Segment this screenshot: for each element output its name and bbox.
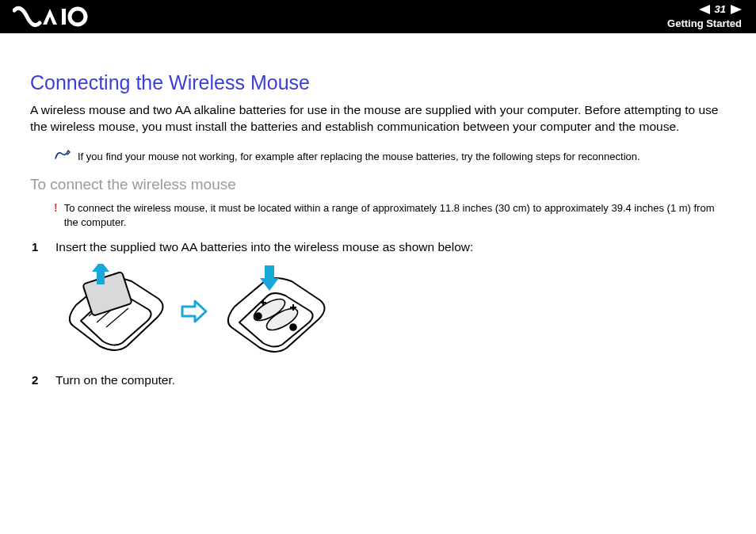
mouse-batteries-illustration [214, 264, 338, 359]
next-page-icon[interactable] [731, 5, 742, 14]
svg-rect-15 [265, 265, 274, 280]
svg-rect-11 [292, 304, 294, 311]
note-text: If you find your mouse not working, for … [78, 150, 640, 164]
page-number: 31 [715, 3, 726, 15]
page-content: Connecting the Wireless Mouse A wireless… [0, 33, 756, 387]
vaio-logo [13, 5, 92, 29]
mouse-cover-illustration [57, 264, 174, 359]
subheading: To connect the wireless mouse [30, 176, 726, 193]
svg-rect-0 [62, 9, 66, 25]
step-number: 2 [30, 373, 41, 387]
warning-block: ! To connect the wireless mouse, it must… [30, 201, 726, 229]
battery-install-figure [30, 264, 726, 359]
note-block: If you find your mouse not working, for … [30, 150, 726, 164]
step-number: 1 [30, 240, 41, 254]
svg-rect-14 [262, 299, 264, 306]
intro-paragraph: A wireless mouse and two AA alkaline bat… [30, 102, 726, 135]
svg-rect-5 [97, 270, 105, 284]
page-title: Connecting the Wireless Mouse [30, 71, 726, 94]
svg-point-12 [290, 324, 296, 330]
step-2: 2 Turn on the computer. [30, 373, 726, 387]
step-text: Insert the supplied two AA batteries int… [55, 240, 473, 254]
svg-point-1 [70, 9, 86, 25]
page-header: 31 Getting Started [0, 0, 756, 33]
svg-marker-6 [92, 264, 109, 272]
svg-marker-3 [731, 5, 742, 14]
prev-page-icon[interactable] [699, 5, 710, 14]
warning-text: To connect the wireless mouse, it must b… [64, 201, 726, 229]
warning-icon: ! [54, 202, 58, 213]
svg-marker-2 [699, 5, 710, 14]
step-1: 1 Insert the supplied two AA batteries i… [30, 240, 726, 254]
page-nav: 31 [699, 3, 742, 15]
svg-point-9 [255, 313, 262, 319]
step-text: Turn on the computer. [55, 373, 175, 387]
arrow-right-icon [181, 299, 208, 324]
note-pencil-icon [54, 148, 71, 161]
section-label: Getting Started [667, 17, 742, 29]
